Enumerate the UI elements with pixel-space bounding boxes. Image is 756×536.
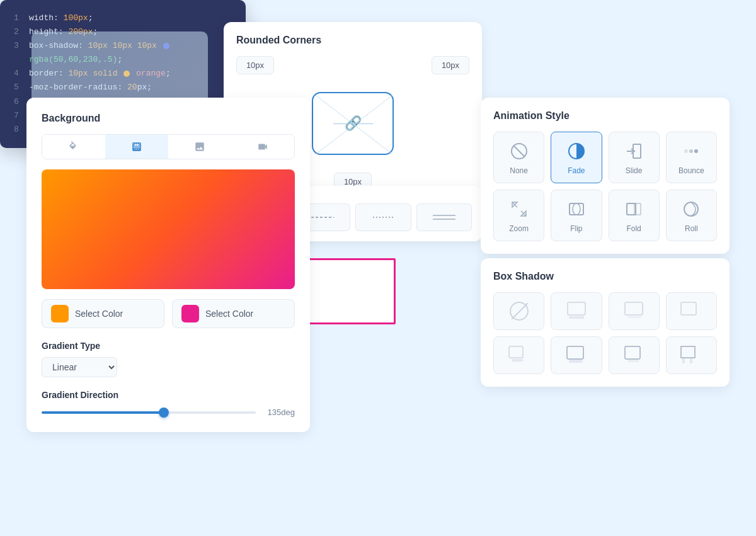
- svg-rect-28: [512, 359, 523, 362]
- tab-video[interactable]: [231, 135, 294, 159]
- svg-rect-22: [568, 302, 585, 315]
- anim-btn-fade[interactable]: Fade: [551, 132, 602, 183]
- line-num-3: 3: [14, 39, 21, 67]
- bg-decoration: [32, 31, 208, 107]
- anim-btn-zoom[interactable]: Zoom: [493, 190, 544, 241]
- shadow-right-icon: [679, 300, 704, 322]
- color-selector-2[interactable]: Select Color: [172, 299, 295, 328]
- gradient-icon: [131, 141, 142, 152]
- slider-thumb[interactable]: [159, 408, 169, 418]
- gradient-direction-slider-row: 135deg: [42, 408, 295, 417]
- shadow-btn-none[interactable]: [493, 292, 544, 330]
- shadow-br-icon: [507, 344, 532, 367]
- anim-roll-icon: [680, 198, 702, 220]
- anim-none-label: None: [510, 166, 528, 175]
- gradient-direction-label: Gradient Direction: [42, 390, 295, 400]
- code-line-1: 1 width: 100px;: [14, 11, 232, 25]
- background-title: Background: [42, 113, 295, 124]
- line-num-8: 8: [14, 123, 21, 137]
- tab-fill[interactable]: [42, 135, 105, 159]
- border-style-dotted[interactable]: [355, 203, 411, 231]
- border-style-double[interactable]: [416, 203, 472, 231]
- anim-fold-label: Fold: [626, 224, 641, 233]
- anim-bounce-label: Bounce: [679, 166, 704, 175]
- gradient-direction-track[interactable]: [42, 411, 256, 414]
- shadow-btn-br[interactable]: [493, 336, 544, 374]
- corner-top-right-input[interactable]: [432, 56, 469, 74]
- anim-fold-icon: [622, 198, 645, 220]
- fill-icon: [68, 141, 79, 152]
- line-num-7: 7: [14, 109, 21, 123]
- svg-rect-35: [690, 358, 692, 363]
- color-label-1: Select Color: [75, 309, 123, 319]
- gradient-type-row: Linear Radial: [42, 357, 295, 377]
- shadow-none-icon: [510, 302, 529, 321]
- corner-box-preview: 🔗: [312, 92, 394, 155]
- color-swatch-1: [51, 305, 69, 322]
- shadow-btn-md2[interactable]: [609, 336, 660, 374]
- anim-none-icon: [508, 140, 530, 163]
- svg-point-13: [689, 149, 693, 153]
- code-content-1: width: 100px;: [29, 11, 232, 25]
- anim-zoom-label: Zoom: [509, 224, 529, 233]
- animation-grid: None Fade Slide Bounce: [493, 132, 717, 241]
- image-icon: [194, 141, 205, 152]
- corner-top-left-input[interactable]: [236, 56, 274, 74]
- shadow-corner-icon: [679, 344, 704, 367]
- shadow-md-icon: [564, 344, 589, 367]
- corner-diag-lines: [313, 93, 395, 156]
- gradient-type-label: Gradient Type: [42, 341, 295, 351]
- svg-rect-33: [681, 346, 695, 358]
- shadow-btn-sm2[interactable]: [609, 292, 660, 330]
- anim-btn-flip[interactable]: Flip: [551, 190, 602, 241]
- anim-zoom-icon: [508, 198, 530, 220]
- animation-style-panel: Animation Style None Fade Slide: [481, 98, 730, 254]
- tab-gradient[interactable]: [105, 135, 168, 159]
- animation-title: Animation Style: [493, 110, 717, 122]
- color-selector-1[interactable]: Select Color: [42, 299, 164, 328]
- shadow-btn-sm[interactable]: [551, 292, 602, 330]
- shadow-sm-icon: [564, 300, 589, 322]
- shadow-sm2-icon: [621, 300, 646, 322]
- anim-btn-roll[interactable]: Roll: [666, 190, 717, 241]
- svg-rect-31: [625, 346, 640, 359]
- box-shadow-panel: Box Shadow: [481, 258, 730, 387]
- svg-rect-34: [682, 358, 685, 363]
- line-num-1: 1: [14, 11, 21, 25]
- gradient-direction-value: 135deg: [263, 408, 295, 417]
- anim-slide-icon: [622, 140, 645, 163]
- svg-rect-29: [567, 346, 583, 359]
- svg-rect-30: [569, 360, 583, 363]
- rounded-corners-title: Rounded Corners: [236, 35, 469, 46]
- shadow-btn-md[interactable]: [551, 336, 602, 374]
- svg-point-14: [694, 149, 698, 153]
- svg-point-18: [573, 203, 580, 215]
- shadow-grid: [493, 292, 717, 374]
- shadow-md2-icon: [621, 344, 646, 367]
- line-num-2: 2: [14, 25, 21, 39]
- color-selectors-row: Select Color Select Color: [42, 299, 295, 328]
- anim-bounce-icon: [680, 140, 702, 163]
- anim-btn-fold[interactable]: Fold: [609, 190, 660, 241]
- anim-flip-label: Flip: [570, 224, 582, 233]
- anim-btn-bounce[interactable]: Bounce: [666, 132, 717, 183]
- tab-image[interactable]: [168, 135, 231, 159]
- anim-roll-label: Roll: [685, 224, 698, 233]
- border-double-icon: [432, 211, 457, 224]
- color-label-2: Select Color: [205, 309, 253, 319]
- anim-btn-slide[interactable]: Slide: [609, 132, 660, 183]
- svg-point-12: [684, 149, 688, 153]
- background-tab-row: [42, 134, 295, 159]
- svg-rect-26: [681, 302, 696, 315]
- svg-rect-32: [627, 360, 639, 362]
- svg-rect-24: [625, 302, 643, 315]
- line-num-6: 6: [14, 95, 21, 109]
- anim-btn-none[interactable]: None: [493, 132, 544, 183]
- svg-rect-17: [570, 203, 583, 215]
- shadow-btn-right[interactable]: [666, 292, 717, 330]
- svg-rect-27: [509, 346, 523, 358]
- anim-fade-icon: [565, 140, 588, 163]
- shadow-btn-corner[interactable]: [666, 336, 717, 374]
- gradient-type-select[interactable]: Linear Radial: [42, 357, 117, 377]
- video-icon: [257, 141, 268, 152]
